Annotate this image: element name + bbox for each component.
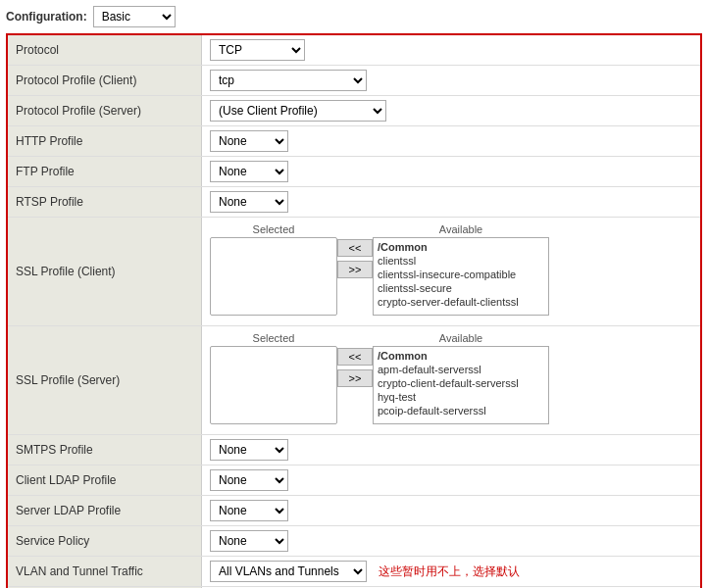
ssl-client-selected-list[interactable] bbox=[210, 237, 337, 316]
row-service-policy: Service Policy None bbox=[8, 526, 700, 557]
label-smtps-profile: SMTPS Profile bbox=[8, 435, 202, 465]
row-ftp-profile: FTP Profile Noneftp bbox=[8, 157, 700, 187]
select-vlan-tunnel[interactable]: All VLANs and Tunnels Enabled Disabled bbox=[210, 561, 367, 582]
select-client-ldap-profile[interactable]: None bbox=[210, 469, 288, 491]
ssl-server-group: Selected << >> Available /Common apm-def… bbox=[202, 326, 700, 430]
avail-item[interactable]: clientssl bbox=[376, 254, 546, 268]
select-server-ldap-profile[interactable]: None bbox=[210, 500, 288, 521]
ssl-server-available-label: Available bbox=[373, 332, 549, 344]
row-smtps-profile: SMTPS Profile None bbox=[8, 435, 700, 466]
config-select[interactable]: Basic Advanced bbox=[93, 6, 176, 27]
row-ssl-profile-client: SSL Profile (Client) Selected << >> A bbox=[8, 218, 700, 326]
avail-item[interactable]: pcoip-default-serverssl bbox=[376, 404, 546, 417]
select-protocol[interactable]: TCPUDPAll Protocols bbox=[210, 39, 305, 61]
avail-item[interactable]: apm-default-serverssl bbox=[376, 363, 546, 376]
row-client-ldap-profile: Client LDAP Profile None bbox=[8, 466, 700, 496]
row-rtsp-profile: RTSP Profile Nonertsp bbox=[8, 187, 700, 218]
ssl-client-group: Selected << >> Available /Common clients… bbox=[202, 218, 700, 321]
ssl-client-available-list[interactable]: /Common clientssl clientssl-insecure-com… bbox=[373, 237, 549, 316]
label-vlan-tunnel: VLAN and Tunnel Traffic bbox=[8, 557, 202, 586]
ssl-server-buttons: << >> bbox=[337, 332, 373, 387]
row-protocol-profile-client: Protocol Profile (Client) tcptcp-lan-opt… bbox=[8, 66, 700, 96]
ssl-server-selected-col: Selected bbox=[210, 332, 337, 424]
content-ftp-profile: Noneftp bbox=[202, 157, 700, 186]
ssl-server-inner: Selected << >> Available /Common apm-def… bbox=[210, 332, 692, 424]
avail-item[interactable]: hyq-test bbox=[376, 390, 546, 404]
content-ssl-profile-client: Selected << >> Available /Common clients… bbox=[202, 218, 700, 321]
select-protocol-profile-server[interactable]: (Use Client Profile)tcp bbox=[210, 100, 386, 122]
content-protocol-profile-server: (Use Client Profile)tcp bbox=[202, 96, 700, 125]
page-wrapper: Configuration: Basic Advanced Protocol T… bbox=[0, 0, 708, 588]
select-rtsp-profile[interactable]: Nonertsp bbox=[210, 191, 288, 213]
content-protocol: TCPUDPAll Protocols bbox=[202, 35, 700, 65]
select-protocol-profile-client[interactable]: tcptcp-lan-optimizedtcp-wan-optimized bbox=[210, 70, 367, 91]
label-http-profile: HTTP Profile bbox=[8, 126, 202, 156]
avail-item[interactable]: /Common bbox=[376, 240, 546, 254]
select-http-profile[interactable]: Nonehttp bbox=[210, 130, 288, 152]
avail-item[interactable]: clientssl-insecure-compatible bbox=[376, 268, 546, 281]
ssl-server-available-col: Available /Common apm-default-serverssl … bbox=[373, 332, 549, 424]
row-protocol-profile-server: Protocol Profile (Server) (Use Client Pr… bbox=[8, 96, 700, 126]
config-bar: Configuration: Basic Advanced bbox=[6, 6, 702, 27]
content-rtsp-profile: Nonertsp bbox=[202, 187, 700, 217]
row-ssl-profile-server: SSL Profile (Server) Selected << >> A bbox=[8, 326, 700, 435]
content-protocol-profile-client: tcptcp-lan-optimizedtcp-wan-optimized bbox=[202, 66, 700, 95]
label-server-ldap-profile: Server LDAP Profile bbox=[8, 496, 202, 525]
ssl-client-available-label: Available bbox=[373, 223, 549, 235]
label-ftp-profile: FTP Profile bbox=[8, 157, 202, 186]
content-smtps-profile: None bbox=[202, 435, 700, 465]
content-http-profile: Nonehttp bbox=[202, 126, 700, 156]
row-protocol: Protocol TCPUDPAll Protocols bbox=[8, 35, 700, 66]
avail-item[interactable]: clientssl-secure bbox=[376, 281, 546, 295]
avail-item[interactable]: crypto-client-default-serverssl bbox=[376, 376, 546, 390]
label-protocol: Protocol bbox=[8, 35, 202, 65]
avail-item[interactable]: crypto-server-default-clientssl bbox=[376, 295, 546, 309]
avail-item[interactable]: /Common bbox=[376, 349, 546, 363]
ssl-client-buttons: << >> bbox=[337, 223, 373, 278]
select-service-policy[interactable]: None bbox=[210, 530, 288, 552]
ssl-client-available-col: Available /Common clientssl clientssl-in… bbox=[373, 223, 549, 316]
row-http-profile: HTTP Profile Nonehttp bbox=[8, 126, 700, 157]
hint-vlan-tunnel: 这些暂时用不上，选择默认 bbox=[379, 564, 520, 580]
ssl-server-selected-label: Selected bbox=[210, 332, 337, 344]
content-client-ldap-profile: None bbox=[202, 466, 700, 495]
content-server-ldap-profile: None bbox=[202, 496, 700, 525]
config-label: Configuration: bbox=[6, 10, 87, 24]
ssl-client-move-right-button[interactable]: >> bbox=[337, 261, 373, 278]
label-ssl-profile-client: SSL Profile (Client) bbox=[8, 218, 202, 325]
row-server-ldap-profile: Server LDAP Profile None bbox=[8, 496, 700, 526]
ssl-server-available-list[interactable]: /Common apm-default-serverssl crypto-cli… bbox=[373, 346, 549, 424]
ssl-client-selected-col: Selected bbox=[210, 223, 337, 316]
form-container: Protocol TCPUDPAll Protocols Protocol Pr… bbox=[6, 33, 702, 588]
ssl-server-move-left-button[interactable]: << bbox=[337, 348, 373, 366]
content-vlan-tunnel: All VLANs and Tunnels Enabled Disabled 这… bbox=[202, 557, 700, 586]
content-ssl-profile-server: Selected << >> Available /Common apm-def… bbox=[202, 326, 700, 430]
ssl-client-move-left-button[interactable]: << bbox=[337, 239, 373, 257]
label-protocol-profile-client: Protocol Profile (Client) bbox=[8, 66, 202, 95]
label-ssl-profile-server: SSL Profile (Server) bbox=[8, 326, 202, 434]
content-service-policy: None bbox=[202, 526, 700, 556]
label-protocol-profile-server: Protocol Profile (Server) bbox=[8, 96, 202, 125]
label-client-ldap-profile: Client LDAP Profile bbox=[8, 466, 202, 495]
ssl-client-inner: Selected << >> Available /Common clients… bbox=[210, 223, 692, 316]
row-vlan-tunnel: VLAN and Tunnel Traffic All VLANs and Tu… bbox=[8, 557, 700, 587]
ssl-server-move-right-button[interactable]: >> bbox=[337, 369, 373, 387]
ssl-server-selected-list[interactable] bbox=[210, 346, 337, 424]
select-smtps-profile[interactable]: None bbox=[210, 439, 288, 461]
label-rtsp-profile: RTSP Profile bbox=[8, 187, 202, 217]
select-ftp-profile[interactable]: Noneftp bbox=[210, 161, 288, 182]
ssl-client-selected-label: Selected bbox=[210, 223, 337, 235]
label-service-policy: Service Policy bbox=[8, 526, 202, 556]
